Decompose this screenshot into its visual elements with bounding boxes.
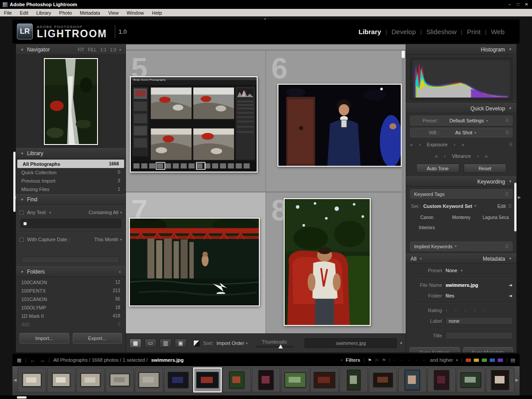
library-list-item[interactable]: All Photographs 1668 [17,160,124,168]
rating-stars[interactable]: · · · · · [446,307,488,313]
label-field[interactable]: none [446,317,512,325]
filmstrip-thumbnail[interactable] [18,368,46,392]
find-text-field-select[interactable]: Any Text [27,210,46,215]
menu-item[interactable]: Help [152,10,162,16]
zoom-option[interactable]: FILL [88,47,97,52]
left-panel-scrollbar[interactable] [13,152,16,212]
color-label-chip[interactable] [466,358,471,362]
grid-cell-7-selected[interactable]: 7 [126,192,266,333]
filmstrip-thumbnail[interactable] [398,368,426,392]
quick-develop-header[interactable]: Quick Develop ▼ [406,103,516,113]
filmstrip-thumbnail[interactable] [457,368,485,392]
module-tab[interactable]: Web [491,28,505,35]
filmstrip-thumbnail[interactable] [486,368,514,392]
filmstrip-thumbnail[interactable] [252,368,280,392]
vibrance-increase[interactable]: › [477,153,479,159]
folders-section-header[interactable]: ▼ Folders + [16,266,125,277]
metadata-preset-select[interactable]: None [446,268,457,273]
exposure-big-increase[interactable]: » [462,142,464,147]
sort-order-select[interactable]: Import Order ▾ [216,340,247,346]
filmstrip-thumbnail[interactable] [281,368,309,392]
library-list-item[interactable]: Missing Files 1 [16,185,125,193]
folder-list-item[interactable]: 101CANON 55 [16,295,125,303]
zoom-option[interactable]: 1:3 [110,47,116,52]
find-match-select[interactable]: Containing All [89,210,118,215]
keywording-header[interactable]: Keywording ▼ [406,176,516,187]
wb-row[interactable]: WB : As Shot ▾ ☰ [410,128,512,137]
export-button[interactable]: Export... [73,333,122,344]
navigator-preview[interactable] [16,55,125,148]
color-label-chip[interactable] [473,358,479,362]
slider-knob[interactable] [278,344,283,348]
photo-pier-swimmers[interactable] [129,218,260,306]
exposure-big-decrease[interactable]: « [410,142,413,147]
minimize-button[interactable]: – [507,2,512,7]
module-tab[interactable]: Print [467,28,481,35]
auto-tone-button[interactable]: Auto Tone [416,164,459,173]
filmstrip-thumbnail[interactable] [340,368,368,392]
filmstrip-scrollbar-thumb[interactable] [17,396,27,399]
loupe-view-button[interactable]: ▭ [145,339,156,348]
menu-icon[interactable]: ☰ [505,192,509,196]
folder-list-item[interactable]: AID 0 [16,320,125,329]
keyword-set-select[interactable]: Custom Keyword Set [423,203,473,209]
filmstrip-thumbnail[interactable] [223,368,251,392]
flag-pick-icon[interactable]: ⚑ [368,358,372,363]
folder-list-item[interactable]: 100CANON 12 [16,278,125,286]
grid-cell-5[interactable]: 5 [126,50,266,192]
keyword-button[interactable]: Monterey [446,215,477,220]
keyword-button[interactable]: Laguna Seca [480,215,512,220]
vibrance-decrease[interactable]: ‹ [444,153,446,159]
filmstrip-thumbnail[interactable] [135,368,163,392]
toolbar-filename-field[interactable]: swimmers.jpg [305,338,397,348]
filmstrip-thumbnail[interactable] [76,368,105,392]
right-panel-scrollbar[interactable] [514,183,516,231]
import-button[interactable]: Import... [20,333,69,344]
capture-date-select[interactable]: This Month [94,237,118,242]
menu-item[interactable]: Library [36,10,51,16]
exposure-decrease[interactable]: ‹ [419,142,421,147]
filmstrip-thumbnail[interactable] [310,368,339,392]
flag-unflagged-icon[interactable]: ⚐ [375,358,379,363]
color-label-chip[interactable] [489,358,495,362]
sync-metadata-button[interactable]: Sync Metadata [463,347,513,352]
maximize-button[interactable]: □ [515,2,521,7]
title-field[interactable] [446,332,512,339]
add-folder-button[interactable]: + [118,270,121,274]
go-to-folder-arrow-icon[interactable]: ➜ [509,293,512,298]
filmstrip-thumbnail[interactable] [106,368,134,392]
reset-button[interactable]: Reset [464,164,507,173]
filter-switch-icon[interactable]: ▤ [511,357,515,363]
module-tab[interactable]: Develop [391,28,416,35]
grid-cell-6[interactable]: 6 [266,50,406,192]
and-higher-select[interactable]: and higher [430,357,453,363]
photo-racing-app-screenshot[interactable]: Brian Avent Photography [130,76,258,172]
keyword-button[interactable] [446,225,477,230]
color-label-chip[interactable] [497,358,503,362]
filmstrip-thumbnail[interactable] [369,368,397,392]
menu-item[interactable]: File [4,10,12,16]
photo-boy-portrait[interactable] [278,84,402,167]
menu-item[interactable]: Photo [59,10,72,16]
grid-view-button[interactable]: ▦ [129,339,141,348]
folder-list-item[interactable]: 100PENTX 213 [16,286,125,295]
go-to-file-arrow-icon[interactable]: ➜ [509,283,512,288]
compare-view-button[interactable]: ▥ [160,339,172,348]
histogram-header[interactable]: Histogram ▼ [406,44,516,55]
metadata-header[interactable]: All ▾ Metadata ▼ [406,254,516,264]
capture-date-checkbox[interactable] [20,238,23,242]
back-arrow-icon[interactable]: ← [30,357,35,364]
keyword-button[interactable]: Canon [411,215,443,220]
find-text-checkbox[interactable] [20,211,23,215]
keyword-tags-bar[interactable]: Keyword Tags ☰ [410,189,512,199]
menu-icon[interactable]: ☰ [508,204,512,208]
menu-item[interactable]: View [108,10,119,16]
color-label-chip[interactable] [481,358,487,362]
folder-list-item[interactable]: 1D Mark II 418 [16,312,125,320]
filmstrip-thumbnail[interactable] [427,368,456,392]
zoom-option[interactable]: 1:1 [100,47,106,52]
keyword-button[interactable] [480,225,512,230]
grid-scrollbar-track[interactable] [402,51,405,332]
grid-shortcut-icon[interactable]: ▦ [17,357,21,363]
breadcrumb[interactable]: All Photographs / 1668 photos / 1 select… [53,357,148,363]
